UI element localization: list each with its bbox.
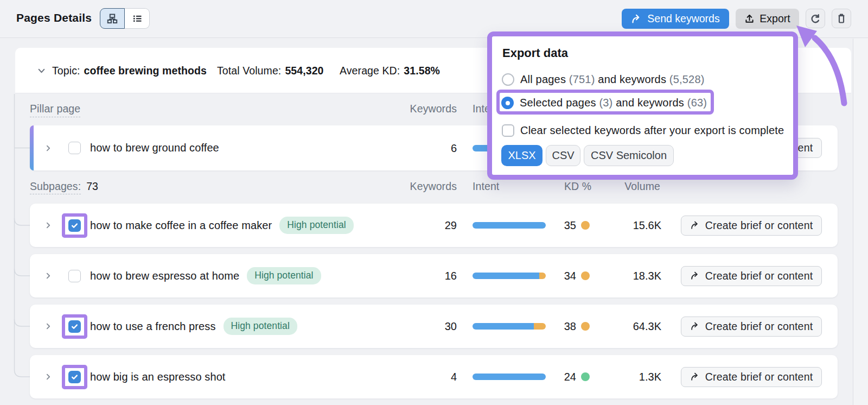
option-label-part: (751) [569,73,595,85]
radio-unselected[interactable] [502,73,514,86]
expand-chevron-icon[interactable] [44,204,52,247]
kd-value: 24 [545,371,576,383]
option-label-part: (5,528) [669,73,705,85]
chevron-down-icon [37,66,46,75]
export-option-all-pages[interactable]: All pages (751) and keywords (5,528) [502,73,705,86]
total-volume-label: Total Volume: [217,65,281,77]
refresh-button[interactable] [806,9,825,28]
export-option-selected-pages[interactable]: Selected pages (3) and keywords (63) [501,97,707,109]
create-brief-button[interactable]: Create brief or content [681,317,822,337]
option-label-part: and keywords [595,73,669,85]
row-title: how big is an espresso shot [90,355,226,398]
radio-dot [506,101,510,105]
subpages-header: Subpages:73 [30,180,98,193]
clear-keywords-checkbox[interactable] [502,124,514,137]
brief-arrow-icon [690,271,700,281]
export-popup-title: Export data [502,46,568,60]
format-button-csv-semicolon[interactable]: CSV Semicolon [584,145,674,166]
option-label-part: and keywords [612,97,687,109]
kd-difficulty-dot [581,221,590,230]
kd-difficulty-dot [581,322,590,331]
subpage-row[interactable]: how to use a french press High potential… [30,305,838,348]
row-checkbox[interactable] [68,142,81,154]
intent-bar [473,323,546,330]
view-toggle [100,8,150,29]
kd-value: 34 [545,270,576,282]
row-checkbox[interactable] [68,219,81,232]
pillar-page-column-header: Pillar page [30,103,80,117]
row-title: how to brew ground coffee [90,125,219,170]
subpage-row[interactable]: how to make coffee in a coffee maker Hig… [30,204,838,247]
kd-difficulty-dot [581,372,590,381]
expand-chevron-icon[interactable] [44,355,52,398]
keywords-count: 16 [410,270,457,282]
intent-bar-blue [473,273,539,279]
intent-bar [473,222,546,229]
option-label-part: (3) [599,97,612,109]
export-popup: Export data All pages (751) and keywords… [487,31,798,180]
subpages-label: Subpages: [30,180,81,194]
row-checkbox[interactable] [68,371,81,383]
radio-selected[interactable] [501,97,514,109]
create-brief-button[interactable]: Create brief or content [681,216,822,236]
list-view-button[interactable] [125,8,150,29]
expand-chevron-icon[interactable] [44,305,52,348]
checkmark-icon [71,322,79,331]
topic-name: Topic: coffee brewing methods [52,48,207,93]
refresh-icon [810,13,821,24]
brief-arrow-icon [690,372,700,382]
expand-chevron-icon[interactable] [44,125,52,170]
delete-button[interactable] [832,9,851,28]
topic-collapse-button[interactable] [31,61,51,80]
create-brief-button[interactable]: Create brief or content [681,266,822,286]
volume-column-header: Volume [597,180,660,193]
keywords-column-header: Keywords [392,103,457,115]
trash-icon [836,13,847,24]
intent-bar [473,273,546,279]
total-volume-value: 554,320 [285,65,323,77]
checkmark-icon [71,373,79,381]
create-brief-label: Create brief or content [705,219,813,232]
page-title-text: how big is an espresso shot [90,371,226,383]
clear-keywords-option[interactable]: Clear selected keywords after your expor… [502,124,784,137]
average-kd-label: Average KD: [340,65,400,77]
export-button[interactable]: Export [736,9,799,29]
option-label: All pages (751) and keywords (5,528) [520,73,705,86]
create-brief-label: Create brief or content [705,371,813,383]
topic-label: Topic: [52,65,80,77]
keywords-count: 4 [410,371,457,383]
keywords-count: 29 [410,219,457,231]
volume-value: 1.3K [599,371,661,383]
kd-column-header: KD % [564,180,591,193]
page-title-text: how to make coffee in a coffee maker [90,219,272,232]
keywords-count: 6 [410,142,457,154]
high-potential-badge: High potential [247,267,321,284]
volume-value: 64.3K [599,320,661,332]
page-title-text: how to use a french press [90,320,216,333]
map-view-button[interactable] [100,8,125,29]
kd-value: 38 [545,320,576,332]
panel-right-edge [853,39,868,405]
kd-value: 35 [545,219,576,231]
format-button-csv[interactable]: CSV [546,145,580,166]
intent-bar-orange [534,323,546,330]
row-title: how to make coffee in a coffee maker Hig… [90,204,354,247]
kd-difficulty-dot [581,271,590,280]
pages-details-screen: Pages Details [0,0,868,405]
subpage-row[interactable]: how big is an espresso shot 4 24 1.3K Cr… [30,355,838,398]
brief-arrow-icon [690,321,700,331]
expand-chevron-icon[interactable] [44,254,52,298]
send-keywords-button[interactable]: Send keywords [622,9,729,29]
send-keywords-label: Send keywords [647,12,719,25]
row-checkbox[interactable] [68,270,81,282]
row-checkbox[interactable] [68,320,81,333]
average-kd-value: 31.58% [404,65,440,77]
intent-bar-blue [473,222,546,229]
option-label: Selected pages (3) and keywords (63) [520,97,707,109]
format-button-xlsx[interactable]: XLSX [501,145,542,166]
subpage-row[interactable]: how to brew espresso at home High potent… [30,254,838,298]
page-title-text: how to brew ground coffee [90,142,219,154]
average-kd: Average KD: 31.58% [340,48,440,93]
checkmark-icon [71,222,79,230]
create-brief-button[interactable]: Create brief or content [681,367,822,387]
